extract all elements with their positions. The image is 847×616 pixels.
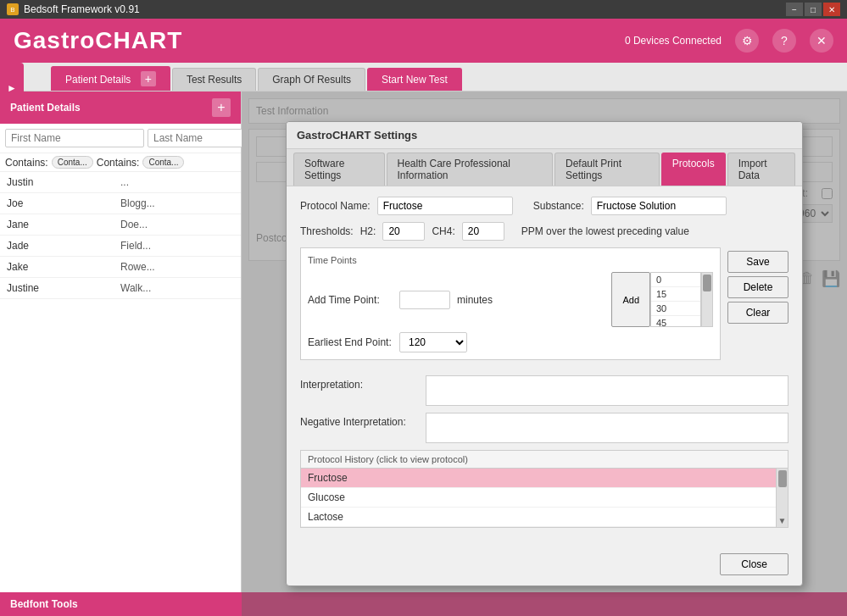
dialog-title: GastroCHART Settings: [287, 122, 802, 149]
filter-label2: Contains:: [97, 157, 140, 169]
filter-label: Contains:: [5, 157, 48, 169]
substance-label: Substance:: [533, 200, 584, 212]
patient-panel-title: Patient Details: [10, 102, 81, 114]
protocol-scrollbar[interactable]: ▼: [776, 469, 788, 527]
list-item[interactable]: Jake Rowe...: [0, 257, 241, 278]
restore-button[interactable]: □: [805, 3, 822, 16]
dialog-footer: Close: [287, 547, 802, 585]
tab-import-data[interactable]: Import Data: [727, 153, 795, 186]
filter-chip[interactable]: Conta...: [52, 156, 93, 169]
header-right: 0 Devices Connected ⚙ ? ✕: [625, 29, 833, 53]
close-button[interactable]: ✕: [823, 3, 840, 16]
patient-list: Justin ... Joe Blogg... Jane Doe... Jade…: [0, 172, 241, 616]
interpretation-textarea[interactable]: [426, 375, 788, 406]
earliest-end-point-select[interactable]: 60 90 120 150 180: [399, 332, 467, 352]
time-point-item: 0: [651, 273, 700, 287]
list-item[interactable]: Justin ...: [0, 172, 241, 193]
tab-start-new-test[interactable]: Start New Test: [367, 68, 462, 91]
time-point-item: 15: [651, 287, 700, 302]
close-app-icon[interactable]: ✕: [810, 29, 833, 53]
nav-tabs: ► Patient Details + Test Results Graph O…: [0, 63, 847, 92]
bottom-bar-label: Bedfont Tools: [10, 598, 78, 610]
scrollbar-thumb: [703, 275, 711, 291]
close-dialog-button[interactable]: Close: [720, 553, 788, 575]
patient-panel-header: Patient Details +: [0, 92, 241, 124]
list-item[interactable]: Joe Blogg...: [0, 193, 241, 214]
scrollbar-down[interactable]: ▼: [778, 516, 787, 525]
time-points-list-area: Add 0 15 30 45: [611, 272, 713, 327]
interpretation-label: Interpretation:: [300, 379, 419, 391]
tab-test-results[interactable]: Test Results: [172, 68, 256, 91]
tab-default-print[interactable]: Default Print Settings: [554, 153, 660, 186]
dialog-body: Protocol Name: Substance: Thresholds: H2…: [287, 186, 802, 547]
add-time-point-button[interactable]: Add: [611, 272, 650, 327]
filter-chip2[interactable]: Conta...: [142, 156, 184, 169]
protocol-history-title: Protocol History (click to view protocol…: [301, 451, 788, 469]
patient-search-row: [0, 124, 241, 153]
app-header: GastroCHART 0 Devices Connected ⚙ ? ✕: [0, 19, 847, 63]
tab-healthcare-info[interactable]: Health Care Professional Information: [387, 153, 553, 186]
patient-panel: Patient Details + Contains: Conta... Con…: [0, 92, 242, 616]
time-points-list: 0 15 30 45: [650, 272, 701, 327]
delete-button[interactable]: Delete: [727, 276, 788, 298]
time-point-item: 30: [651, 302, 700, 316]
devices-connected-text: 0 Devices Connected: [625, 35, 722, 47]
protocol-list-wrapper: Fructose Glucose Lactose ▼: [301, 469, 788, 527]
negative-interpretation-row: Negative Interpretation:: [300, 413, 788, 443]
settings-icon[interactable]: ⚙: [735, 29, 759, 53]
ch4-input[interactable]: [462, 222, 504, 241]
tab-software-settings[interactable]: Software Settings: [293, 153, 385, 186]
right-content: Test Information Pregnant: Date Of Birth…: [242, 92, 847, 616]
thresholds-row: Thresholds: H2: CH4: PPM over the lowest…: [300, 222, 788, 241]
add-patient-button[interactable]: +: [212, 98, 231, 117]
time-point-item: 45: [651, 316, 700, 327]
protocol-name-input[interactable]: [377, 197, 513, 215]
title-bar: B Bedsoft Framework v0.91 − □ ✕: [0, 0, 847, 19]
h2-label: H2:: [360, 225, 376, 237]
h2-input[interactable]: [382, 222, 425, 241]
app-icon: B: [7, 3, 19, 15]
protocol-item-glucose[interactable]: Glucose: [301, 488, 776, 508]
minimize-button[interactable]: −: [786, 3, 803, 16]
protocol-name-label: Protocol Name:: [300, 200, 371, 212]
add-time-point-label: Add Time Point:: [308, 294, 393, 306]
negative-interpretation-label: Negative Interpretation:: [300, 416, 419, 428]
window-controls[interactable]: − □ ✕: [786, 3, 840, 16]
protocol-scroll-thumb: [778, 470, 787, 487]
tab-graph-of-results[interactable]: Graph Of Results: [258, 68, 365, 91]
add-time-point-input[interactable]: [399, 291, 450, 309]
list-item[interactable]: Jane Doe...: [0, 214, 241, 236]
list-item[interactable]: Jade Field...: [0, 236, 241, 257]
thresholds-label: Thresholds:: [300, 225, 354, 237]
protocol-list: Fructose Glucose Lactose: [301, 469, 776, 527]
time-points-box: Time Points Add Time Point: minutes Add: [300, 247, 721, 360]
filter-row: Contains: Conta... Contains: Conta...: [0, 153, 241, 172]
dialog-tabs: Software Settings Health Care Profession…: [287, 149, 802, 186]
ch4-label: CH4:: [432, 225, 454, 237]
tab-patient-details[interactable]: Patient Details +: [51, 66, 170, 91]
list-item[interactable]: Justine Walk...: [0, 278, 241, 299]
tab-protocols[interactable]: Protocols: [661, 153, 726, 186]
save-button[interactable]: Save: [727, 251, 788, 273]
help-icon[interactable]: ?: [772, 29, 796, 53]
dialog-overlay: GastroCHART Settings Software Settings H…: [242, 92, 847, 616]
ppm-label: PPM over the lowest preceding value: [521, 225, 689, 237]
negative-interpretation-textarea[interactable]: [426, 413, 788, 443]
protocol-item-lactose[interactable]: Lactose: [301, 508, 776, 527]
earliest-end-point-row: Earliest End Point: 60 90 120 150 180: [308, 332, 713, 352]
protocol-name-row: Protocol Name: Substance:: [300, 197, 788, 215]
settings-dialog: GastroCHART Settings Software Settings H…: [286, 121, 803, 586]
first-name-input[interactable]: [5, 129, 144, 147]
add-time-point-row: Add Time Point: minutes Add 0 15 30: [308, 272, 713, 327]
action-buttons: Save Delete Clear: [727, 247, 788, 369]
interpretation-row: Interpretation:: [300, 375, 788, 406]
time-points-scrollbar[interactable]: [701, 272, 713, 327]
protocol-item-fructose[interactable]: Fructose: [301, 469, 776, 488]
clear-button[interactable]: Clear: [727, 302, 788, 324]
title-bar-text: Bedsoft Framework v0.91: [24, 3, 140, 15]
protocol-history-box: Protocol History (click to view protocol…: [300, 450, 788, 528]
substance-input[interactable]: [591, 197, 727, 215]
minutes-label: minutes: [457, 294, 493, 306]
main-content: Patient Details + Contains: Conta... Con…: [0, 92, 847, 616]
app-title: GastroCHART: [14, 27, 182, 54]
